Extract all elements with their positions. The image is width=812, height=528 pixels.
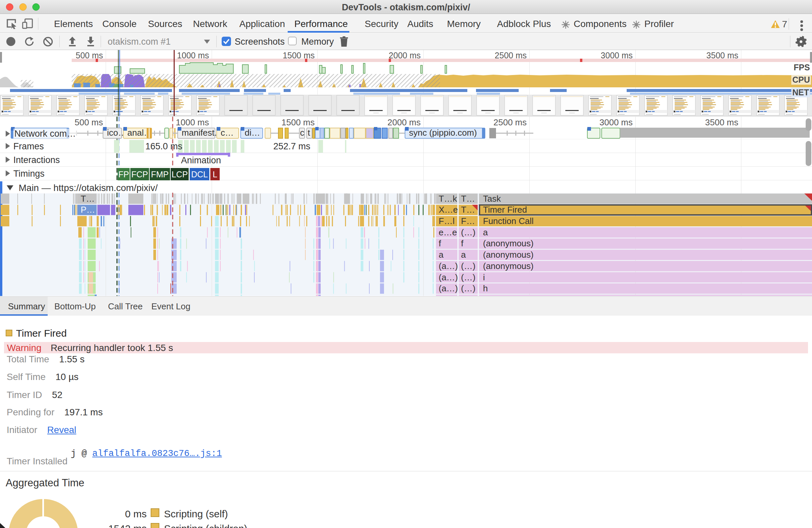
svg-text:DCL: DCL xyxy=(191,170,208,179)
svg-text:FP: FP xyxy=(118,170,129,179)
svg-text:165.0 ms: 165.0 ms xyxy=(145,141,182,151)
svg-text:manifest.j: manifest.j xyxy=(182,128,219,138)
svg-text:LCP: LCP xyxy=(172,170,188,179)
svg-text:di…: di… xyxy=(245,128,260,138)
svg-text:252.7 ms: 252.7 ms xyxy=(273,141,310,151)
svg-text:t: t xyxy=(308,128,310,138)
svg-text:FCP: FCP xyxy=(131,170,148,179)
svg-text:L: L xyxy=(213,170,217,179)
svg-text:c…: c… xyxy=(221,128,234,138)
svg-text:c: c xyxy=(300,128,304,138)
svg-text:sync (pippio.com): sync (pippio.com) xyxy=(409,128,477,138)
svg-text:FMP: FMP xyxy=(151,170,169,179)
